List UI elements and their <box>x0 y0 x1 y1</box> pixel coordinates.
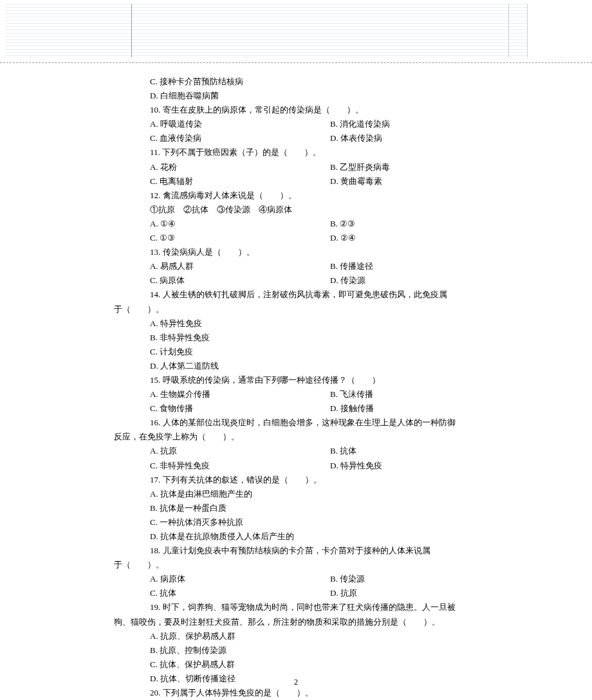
text-line: C. 非特异性免疫D. 特异性免疫 <box>132 459 515 473</box>
option-b: B. 飞沫传播 <box>330 387 515 401</box>
exam-content: C. 接种卡介苗预防结核病D. 白细胞吞噬病菌10. 寄生在皮肤上的病原体，常引… <box>0 63 592 700</box>
option-a: A. 呼吸道传染 <box>150 117 330 131</box>
option-b: B. 传染源 <box>330 572 515 586</box>
text-line: A. 抗体是由淋巴细胞产生的 <box>132 487 515 501</box>
option-b: D. 黄曲霉毒素 <box>330 174 515 189</box>
text-line: C. 食物传播D. 接触传播 <box>132 401 515 416</box>
text-line: ①抗原 ②抗体 ③传染源 ④病原体 <box>132 203 515 217</box>
text-line: A. 易感人群B. 传播途径 <box>132 259 515 273</box>
option-a: C. 非特异性免疫 <box>150 459 330 473</box>
text-line: C. 病原体D. 传染源 <box>132 273 515 288</box>
option-a: A. 抗原 <box>150 444 330 458</box>
text-line: 14. 人被生锈的铁钉扎破脚后，注射破伤风抗毒素，即可避免患破伤风，此免疫属 <box>132 288 515 302</box>
text-line: A. ①④B. ②③ <box>132 217 515 231</box>
option-a: C. 食物传播 <box>150 401 330 416</box>
text-line: B. 抗原、控制传染源 <box>132 643 515 658</box>
text-line: B. 非特异性免疫 <box>132 331 515 345</box>
page-number: 2 <box>0 676 592 688</box>
text-line: C. 抗体、保护易感人群 <box>132 658 515 672</box>
option-b: B. 消化道传染病 <box>330 117 515 131</box>
text-line: D. 人体第二道防线 <box>132 359 515 373</box>
option-a: A. 花粉 <box>150 160 330 174</box>
page-header <box>0 0 592 63</box>
text-line: 10. 寄生在皮肤上的病原体，常引起的传染病是（ ）。 <box>132 103 515 117</box>
option-b: D. 抗原 <box>330 586 515 600</box>
option-a: A. 易感人群 <box>150 259 330 273</box>
header-divider-2 <box>508 4 509 57</box>
text-line: C. ①③D. ②④ <box>132 231 515 245</box>
option-a: A. 病原体 <box>150 572 330 586</box>
text-line: C. 计划免疫 <box>132 345 515 359</box>
text-line: A. 病原体B. 传染源 <box>132 572 515 586</box>
option-b: D. ②④ <box>330 231 515 245</box>
option-b: B. 抗体 <box>330 444 515 458</box>
text-line: 18. 儿童计划免疫表中有预防结核病的卡介苗，卡介苗对于接种的人体来说属 <box>132 544 515 558</box>
text-line: 狗、猫咬伤，要及时注射狂犬疫苗。那么，所注射的物质和采取的措施分别是（ ）。 <box>114 615 515 629</box>
option-b: B. ②③ <box>330 217 515 231</box>
option-b: B. 传播途径 <box>330 259 515 273</box>
header-stripe-wrap <box>5 4 528 57</box>
text-line: 17. 下列有关抗体的叙述，错误的是（ ）。 <box>132 473 515 487</box>
text-line: 12. 禽流感病毒对人体来说是（ ）。 <box>132 189 515 203</box>
text-line: 13. 传染病病人是（ ）。 <box>132 245 515 259</box>
option-a: A. 生物媒介传播 <box>150 387 330 401</box>
option-a: C. 电离辐射 <box>150 174 330 189</box>
text-line: D. 白细胞吞噬病菌 <box>132 89 515 103</box>
text-line: D. 抗体是在抗原物质侵入人体后产生的 <box>132 530 515 544</box>
option-a: A. ①④ <box>150 217 330 231</box>
text-line: 于（ ）。 <box>114 558 515 572</box>
text-line: A. 花粉B. 乙型肝炎病毒 <box>132 160 515 174</box>
text-line: A. 特异性免疫 <box>132 317 515 331</box>
option-b: D. 特异性免疫 <box>330 459 515 473</box>
text-line: 11. 下列不属于致癌因素（子）的是（ ）。 <box>132 145 515 160</box>
header-stripe <box>5 4 528 57</box>
text-line: C. 一种抗体消灭多种抗原 <box>132 515 515 530</box>
text-line: A. 抗原B. 抗体 <box>132 444 515 458</box>
option-a: C. ①③ <box>150 231 330 245</box>
text-line: C. 接种卡介苗预防结核病 <box>132 75 515 89</box>
text-line: C. 血液传染病D. 体表传染病 <box>132 131 515 145</box>
option-a: C. 抗体 <box>150 586 330 600</box>
text-line: A. 呼吸道传染B. 消化道传染病 <box>132 117 515 131</box>
option-b: B. 乙型肝炎病毒 <box>330 160 515 174</box>
text-line: 于（ ）。 <box>114 302 515 317</box>
option-b: D. 接触传播 <box>330 401 515 416</box>
option-a: C. 血液传染病 <box>150 131 330 145</box>
text-line: C. 电离辐射D. 黄曲霉毒素 <box>132 174 515 189</box>
text-line: 16. 人体的某部位出现炎症时，白细胞会增多，这种现象在生理上是人体的一种防御 <box>132 416 515 430</box>
option-b: D. 体表传染病 <box>330 131 515 145</box>
header-divider-1 <box>131 4 132 57</box>
text-line: 反应，在免疫学上称为（ ）。 <box>114 430 515 444</box>
text-line: A. 抗原、保护易感人群 <box>132 629 515 643</box>
text-line: 19. 时下，饲养狗、猫等宠物成为时尚，同时也带来了狂犬病传播的隐患。人一旦被 <box>132 600 515 614</box>
text-line: C. 抗体D. 抗原 <box>132 586 515 600</box>
option-b: D. 传染源 <box>330 273 515 288</box>
text-line: 15. 呼吸系统的传染病，通常由下列哪一种途径传播？（ ） <box>132 373 515 387</box>
text-line: B. 抗体是一种蛋白质 <box>132 501 515 515</box>
option-a: C. 病原体 <box>150 273 330 288</box>
text-line: A. 生物媒介传播B. 飞沫传播 <box>132 387 515 401</box>
